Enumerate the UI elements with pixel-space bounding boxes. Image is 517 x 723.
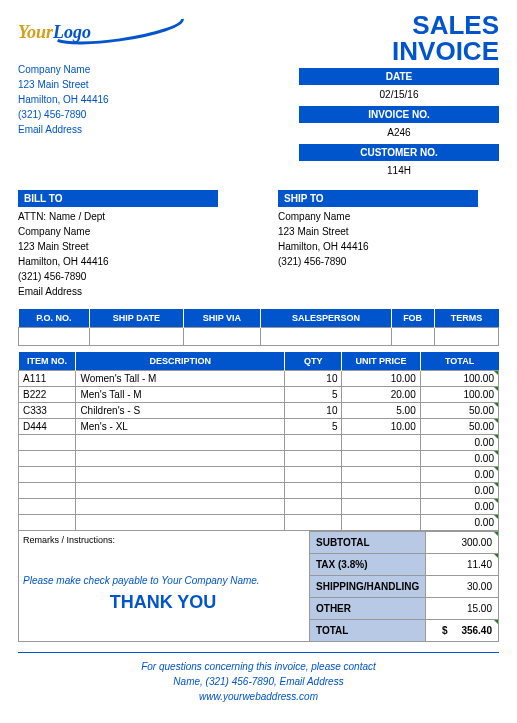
- company-email: Email Address: [18, 122, 208, 137]
- shipto-body: Company Name 123 Main Street Hamilton, O…: [278, 207, 478, 269]
- company-info: Company Name 123 Main Street Hamilton, O…: [18, 62, 208, 137]
- itemno-header: ITEM NO.: [19, 352, 76, 371]
- company-logo: YourLogo: [18, 12, 208, 52]
- billto-name: Company Name: [18, 224, 218, 239]
- shipto-header: SHIP TO: [278, 190, 478, 207]
- company-phone: (321) 456-7890: [18, 107, 208, 122]
- total-header: TOTAL: [420, 352, 498, 371]
- subtotal-value: 300.00: [426, 532, 499, 554]
- invoice-title-line2: INVOICE: [299, 38, 499, 64]
- payable-note: Please make check payable to Your Compan…: [23, 575, 305, 586]
- invoice-title-line1: SALES: [299, 12, 499, 38]
- item-row: B222Men's Tall - M520.00100.00: [19, 387, 499, 403]
- item-row: 0.00: [19, 483, 499, 499]
- billto-header: BILL TO: [18, 190, 218, 207]
- item-row: D444Men's - XL510.0050.00: [19, 419, 499, 435]
- company-street: 123 Main Street: [18, 77, 208, 92]
- customer-no-label: CUSTOMER NO.: [299, 144, 499, 161]
- shipping-table: P.O. NO. SHIP DATE SHIP VIA SALESPERSON …: [18, 309, 499, 346]
- shipto-city: Hamilton, OH 44416: [278, 239, 478, 254]
- shipping-label: SHIPPING/HANDLING: [310, 576, 426, 598]
- billto-attn: ATTN: Name / Dept: [18, 209, 218, 224]
- shipto-name: Company Name: [278, 209, 478, 224]
- item-row: 0.00: [19, 515, 499, 531]
- shipvia-header: SHIP VIA: [183, 309, 261, 328]
- remarks-label: Remarks / Instructions:: [23, 535, 305, 545]
- footer-line2: Name, (321) 456-7890, Email Address: [18, 674, 499, 689]
- shipto-phone: (321) 456-7890: [278, 254, 478, 269]
- footer-line1: For questions concerning this invoice, p…: [18, 659, 499, 674]
- grandtotal-label: TOTAL: [310, 620, 426, 642]
- billto-phone: (321) 456-7890: [18, 269, 218, 284]
- company-name: Company Name: [18, 62, 208, 77]
- billto-email: Email Address: [18, 284, 218, 299]
- svg-point-0: [52, 10, 184, 46]
- item-row: C333Children's - S105.0050.00: [19, 403, 499, 419]
- tax-label: TAX (3.8%): [310, 554, 426, 576]
- item-row: A111Women's Tall - M1010.00100.00: [19, 371, 499, 387]
- items-table: ITEM NO. DESCRIPTION QTY UNIT PRICE TOTA…: [18, 352, 499, 531]
- shipto-street: 123 Main Street: [278, 224, 478, 239]
- shipdate-header: SHIP DATE: [90, 309, 183, 328]
- item-row: 0.00: [19, 435, 499, 451]
- other-value: 15.00: [426, 598, 499, 620]
- billto-city: Hamilton, OH 44416: [18, 254, 218, 269]
- invoice-no-value: A246: [299, 123, 499, 142]
- item-row: 0.00: [19, 499, 499, 515]
- company-city: Hamilton, OH 44416: [18, 92, 208, 107]
- desc-header: DESCRIPTION: [76, 352, 285, 371]
- billto-body: ATTN: Name / Dept Company Name 123 Main …: [18, 207, 218, 299]
- customer-no-value: 114H: [299, 161, 499, 180]
- po-header: P.O. NO.: [19, 309, 90, 328]
- footer: For questions concerning this invoice, p…: [18, 652, 499, 704]
- grandtotal-value: $ 356.40: [426, 620, 499, 642]
- item-row: 0.00: [19, 451, 499, 467]
- price-header: UNIT PRICE: [342, 352, 420, 371]
- terms-header: TERMS: [434, 309, 498, 328]
- date-label: DATE: [299, 68, 499, 85]
- item-row: 0.00: [19, 467, 499, 483]
- date-value: 02/15/16: [299, 85, 499, 104]
- subtotal-label: SUBTOTAL: [310, 532, 426, 554]
- billto-street: 123 Main Street: [18, 239, 218, 254]
- thank-you: THANK YOU: [23, 592, 303, 613]
- qty-header: QTY: [285, 352, 342, 371]
- invoice-no-label: INVOICE NO.: [299, 106, 499, 123]
- totals-block: SUBTOTAL300.00 TAX (3.8%)11.40 SHIPPING/…: [309, 531, 499, 642]
- shipping-row: [19, 328, 499, 346]
- footer-url[interactable]: www.yourwebaddress.com: [199, 691, 318, 702]
- fob-header: FOB: [391, 309, 434, 328]
- other-label: OTHER: [310, 598, 426, 620]
- salesperson-header: SALESPERSON: [261, 309, 392, 328]
- tax-value: 11.40: [426, 554, 499, 576]
- shipping-value: 30.00: [426, 576, 499, 598]
